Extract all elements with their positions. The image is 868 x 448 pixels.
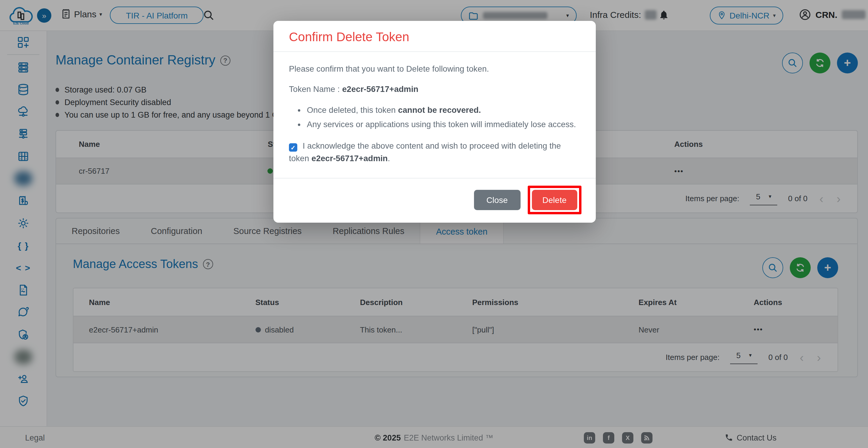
token-name-line: Token Name :e2ecr-56717+admin — [289, 83, 580, 96]
token-name-label: Token Name : — [289, 85, 340, 94]
modal-header: Confirm Delete Token — [273, 21, 596, 52]
warning-list: Once deleted, this tokencannot be recove… — [289, 104, 580, 131]
acknowledge-line: ✓I acknowledge the above content and wis… — [289, 139, 580, 165]
confirm-text: Please confirm that you want to Delete f… — [289, 63, 580, 75]
acknowledge-suffix: . — [388, 154, 390, 163]
modal-footer: Close Delete — [273, 178, 596, 223]
modal-body: Please confirm that you want to Delete f… — [273, 52, 596, 178]
close-button[interactable]: Close — [474, 190, 520, 211]
delete-button[interactable]: Delete — [532, 190, 577, 211]
delete-highlight-annotation: Delete — [527, 186, 582, 215]
warning-text: Once deleted, this token — [307, 106, 396, 115]
warning-irreversible: Once deleted, this tokencannot be recove… — [307, 104, 580, 117]
acknowledge-checkbox[interactable]: ✓ — [289, 143, 297, 152]
warning-lose-access: Any services or applications using this … — [307, 118, 580, 131]
app-root: E2E Cloud » Plans ▾ TIR - AI Platform — [0, 0, 868, 448]
warning-bold: cannot be recovered. — [398, 106, 481, 115]
modal-title: Confirm Delete Token — [289, 30, 580, 44]
token-name-value: e2ecr-56717+admin — [342, 85, 418, 94]
confirm-delete-modal: Confirm Delete Token Please confirm that… — [273, 21, 596, 223]
acknowledge-token: e2ecr-56717+admin — [312, 154, 388, 163]
